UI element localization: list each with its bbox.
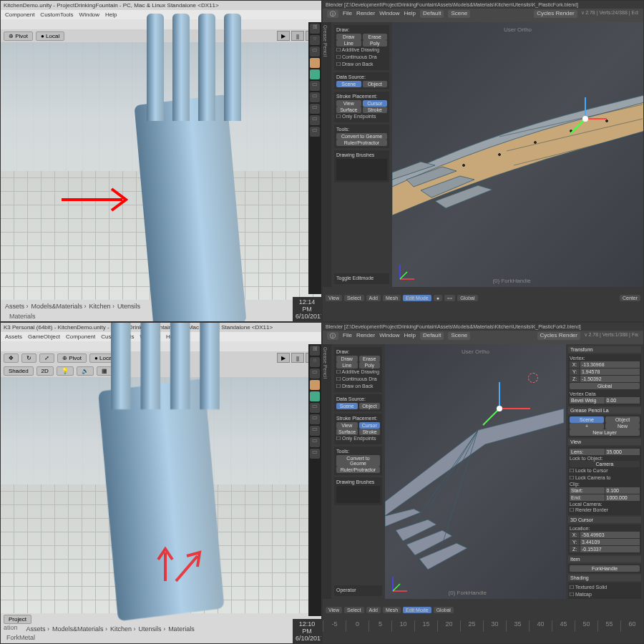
continuous-check[interactable]: Continuous Dra	[336, 54, 387, 61]
endpoints-check[interactable]: Only Endpoints	[336, 435, 380, 442]
taskbar-icon[interactable]: ▭	[310, 92, 320, 102]
taskbar-icon[interactable]: ○	[310, 35, 320, 45]
vertex-x[interactable]: -13.36968	[580, 361, 640, 368]
view-button[interactable]: View	[336, 100, 361, 107]
tab-greasepencil[interactable]: Grease Pencil	[323, 344, 331, 599]
frame[interactable]: 60	[620, 620, 643, 632]
vertex-y[interactable]: 1.94578	[580, 369, 640, 375]
taskbar-icon[interactable]: ▭	[310, 437, 320, 447]
draw-button[interactable]: Draw	[336, 34, 361, 40]
menu-gameobject[interactable]: GameObject	[28, 333, 60, 340]
menu-window[interactable]: Window	[379, 10, 399, 18]
scene-button[interactable]: Scene	[336, 403, 358, 409]
pivot-dropdown[interactable]: Center	[620, 295, 640, 301]
taskbar-icon[interactable]: ⊞	[310, 346, 320, 356]
crumb[interactable]: Assets	[5, 303, 29, 310]
mode-dropdown[interactable]: Edit Mode	[403, 295, 431, 301]
surface-button[interactable]: Surface	[336, 107, 361, 113]
tool-icon[interactable]: ⤢	[39, 353, 54, 363]
toggle-edit[interactable]: Toggle Editmode	[336, 275, 387, 280]
taskbar-icon[interactable]: ▭	[310, 127, 320, 137]
tool-icon[interactable]: ✥	[4, 353, 19, 363]
select-menu[interactable]: Select	[344, 295, 364, 301]
view-menu[interactable]: View	[326, 607, 342, 613]
project-tab[interactable]: Project	[4, 615, 31, 624]
frame[interactable]: 35	[506, 620, 529, 632]
layout-dropdown[interactable]: Default	[420, 332, 444, 340]
layout-dropdown[interactable]: Default	[420, 10, 444, 18]
frame[interactable]: 0	[346, 620, 369, 632]
windows-taskbar[interactable]: ⊞ ○ ▭ ▭ ▭ ▭ ▭ ▭	[308, 344, 321, 616]
frame[interactable]: 25	[460, 620, 483, 632]
add-button[interactable]: +	[570, 423, 604, 429]
camera-field[interactable]: Camera	[570, 461, 640, 467]
bevel-field[interactable]: Bevel Weig	[570, 397, 605, 404]
pivot-button[interactable]: ⊕ Pivot	[4, 31, 33, 41]
start-field[interactable]: 0.100	[605, 487, 640, 494]
surface-button[interactable]: Surface	[336, 429, 358, 435]
item-name-field[interactable]: ForkHandle	[570, 565, 640, 572]
blender-3d-viewport[interactable]: User Ortho (0) ForkHandle	[392, 22, 643, 287]
poly-button[interactable]: Poly	[359, 362, 381, 369]
renderer-dropdown[interactable]: Cycles Render	[537, 332, 580, 340]
stroke-button[interactable]: Stroke	[359, 429, 380, 435]
view-header[interactable]: View	[568, 439, 641, 445]
line-button[interactable]: Line	[336, 40, 361, 47]
line-button[interactable]: Line	[336, 362, 358, 369]
blender-menubar[interactable]: ⓘ File Render Window Help Default Scene …	[323, 9, 643, 19]
global-toggle[interactable]: Global	[570, 383, 640, 389]
cursor-z[interactable]: -0.15337	[580, 546, 640, 552]
object-button[interactable]: Object	[363, 81, 388, 87]
unity-scene-view[interactable]	[1, 377, 321, 613]
timeline[interactable]: -5 0 5 10 15 20 25 30 35 40 45 50 55 60	[323, 620, 643, 632]
blender-menubar[interactable]: ⓘ File Render Window Help Default Scene …	[323, 331, 643, 341]
shading-header[interactable]: Shading	[568, 575, 641, 581]
firefox-icon[interactable]	[310, 58, 320, 68]
poly-button[interactable]: Poly	[363, 40, 388, 47]
vertex-z[interactable]: -1.50392	[580, 376, 640, 382]
info-icon[interactable]: ⓘ	[327, 10, 338, 18]
firefox-icon[interactable]	[310, 380, 320, 390]
drawback-check[interactable]: Draw on Back	[336, 61, 387, 68]
new-button[interactable]: New	[605, 423, 640, 429]
frame[interactable]: 15	[414, 620, 437, 632]
renderer-dropdown[interactable]: Cycles Render	[534, 10, 577, 18]
end-field[interactable]: 1000.000	[605, 494, 640, 501]
crumb[interactable]: Kitchen	[89, 303, 115, 310]
scene-dropdown[interactable]: Scene	[448, 332, 470, 340]
frame[interactable]: 10	[391, 620, 414, 632]
2d-toggle[interactable]: 2D	[36, 366, 54, 376]
fork-model[interactable]	[83, 336, 248, 645]
frame[interactable]: 20	[437, 620, 460, 632]
cursor-button[interactable]: Cursor	[363, 100, 388, 107]
orient-dropdown[interactable]: Global	[434, 607, 454, 613]
drawback-check[interactable]: Draw on Back	[336, 383, 380, 390]
scene-button[interactable]: Scene	[336, 81, 361, 87]
local-button[interactable]: ● Local	[36, 31, 64, 41]
transform-header[interactable]: Transform	[568, 346, 641, 353]
tool-icon[interactable]: ↻	[21, 353, 36, 363]
taskbar-icon[interactable]: ▭	[310, 47, 320, 57]
object-button[interactable]: Object	[605, 416, 640, 423]
frame[interactable]: 50	[575, 620, 597, 632]
tab-greasepencil[interactable]: Grease Pencil	[323, 22, 331, 287]
additive-check[interactable]: Additive Drawing	[336, 369, 380, 376]
taskbar-icon[interactable]: ○	[310, 357, 320, 367]
menu-file[interactable]: File	[343, 332, 352, 340]
taskbar-icon[interactable]: ▭	[310, 81, 320, 91]
shaded-dropdown[interactable]: Shaded	[4, 366, 34, 376]
mesh-menu[interactable]: Mesh	[383, 607, 401, 613]
menu-help[interactable]: Help	[404, 332, 416, 340]
textured-check[interactable]: Textured Solid	[570, 584, 640, 591]
stroke-button[interactable]: Stroke	[363, 107, 388, 113]
erase-button[interactable]: Erase	[359, 356, 381, 362]
renderborder-check[interactable]: Render Border	[570, 507, 640, 514]
frame[interactable]: 55	[597, 620, 620, 632]
view-menu[interactable]: View	[326, 295, 342, 301]
cursor-x[interactable]: -58.49903	[580, 532, 640, 538]
ruler-button[interactable]: Ruler/Protractor	[336, 467, 380, 473]
taskbar-icon[interactable]: ⊞	[310, 24, 320, 34]
add-menu[interactable]: Add	[366, 295, 381, 301]
menu-window[interactable]: Window	[379, 332, 399, 340]
play-button[interactable]: ▶	[277, 353, 290, 363]
